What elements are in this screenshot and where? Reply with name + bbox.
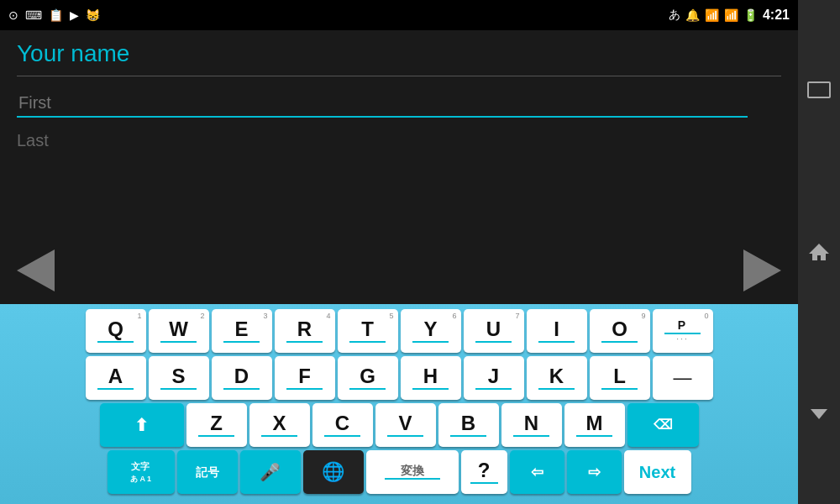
- status-bar: ⊙ ⌨ 📋 ▶ 😸 あ 🔔 📶 📶 🔋 4:21: [0, 0, 798, 30]
- key-next[interactable]: Next: [624, 450, 691, 494]
- last-name-label: Last: [17, 131, 781, 150]
- key-arrow-right[interactable]: ⇨: [567, 450, 622, 494]
- key-globe[interactable]: 🌐: [303, 450, 364, 494]
- form-area: Last: [0, 76, 798, 237]
- home-icon: [807, 240, 831, 264]
- key-mic[interactable]: 🎤: [240, 450, 301, 494]
- key-y[interactable]: 6Y: [401, 309, 461, 353]
- key-t[interactable]: 5T: [338, 309, 398, 353]
- app-content: Your name Last: [0, 30, 798, 237]
- icon-play: ▶: [70, 8, 79, 22]
- keyboard-row-3: ⬆ Z X C V B N M ⌫: [3, 403, 795, 447]
- nav-arrows: [0, 237, 798, 304]
- key-d[interactable]: D: [212, 356, 272, 400]
- key-g[interactable]: G: [338, 356, 398, 400]
- key-dash[interactable]: —: [653, 356, 713, 400]
- key-e[interactable]: 3E: [212, 309, 272, 353]
- first-name-input[interactable]: [17, 90, 748, 118]
- status-bar-left: ⊙ ⌨ 📋 ▶ 😸: [8, 8, 100, 22]
- page-title: Your name: [17, 40, 781, 67]
- icon-keyboard: ⌨: [25, 8, 42, 22]
- status-vibrate: 🔔: [685, 8, 700, 22]
- status-jp: あ: [669, 8, 680, 23]
- icon-circle: ⊙: [8, 8, 18, 22]
- status-bar-right: あ 🔔 📶 📶 🔋 4:21: [669, 8, 790, 23]
- status-time: 4:21: [763, 8, 790, 23]
- svg-marker-0: [809, 244, 829, 260]
- key-l[interactable]: L: [590, 356, 650, 400]
- key-a[interactable]: A: [86, 356, 146, 400]
- key-w[interactable]: 2W: [149, 309, 209, 353]
- key-f[interactable]: F: [275, 356, 335, 400]
- key-b[interactable]: B: [438, 403, 499, 447]
- key-arrow-left[interactable]: ⇦: [510, 450, 564, 494]
- key-p[interactable]: 0P···: [653, 309, 713, 353]
- key-s[interactable]: S: [149, 356, 209, 400]
- key-o[interactable]: 9O: [590, 309, 650, 353]
- status-battery: 🔋: [743, 8, 758, 22]
- status-signal: 📶: [724, 8, 738, 22]
- recents-icon: [807, 81, 831, 98]
- key-i[interactable]: I: [527, 309, 587, 353]
- key-u[interactable]: 7U: [464, 309, 524, 353]
- key-moji[interactable]: 文字あ A 1: [108, 450, 175, 494]
- prev-arrow-button[interactable]: [17, 249, 55, 291]
- key-j[interactable]: J: [464, 356, 524, 400]
- key-question[interactable]: ?: [461, 450, 507, 494]
- status-wifi: 📶: [705, 8, 719, 22]
- title-area: Your name: [0, 30, 798, 76]
- keyboard-row-2: A S D F G H J K L —: [3, 356, 795, 400]
- key-x[interactable]: X: [249, 403, 310, 447]
- nav-recents-button[interactable]: [804, 75, 834, 105]
- nav-back-button[interactable]: [804, 399, 834, 429]
- key-delete[interactable]: ⌫: [627, 403, 699, 447]
- icon-cat: 😸: [86, 8, 100, 22]
- key-m[interactable]: M: [564, 403, 625, 447]
- key-k[interactable]: K: [527, 356, 587, 400]
- key-q[interactable]: 1Q: [86, 309, 146, 353]
- keyboard-row-1: 1Q 2W 3E 4R 5T 6Y 7U I 9O 0P···: [3, 309, 795, 353]
- key-z[interactable]: Z: [186, 403, 247, 447]
- keyboard: 1Q 2W 3E 4R 5T 6Y 7U I 9O 0P··· A S D F …: [0, 304, 798, 504]
- key-h[interactable]: H: [401, 356, 461, 400]
- side-navigation: [798, 0, 840, 504]
- next-arrow-button[interactable]: [743, 249, 781, 291]
- nav-home-button[interactable]: [804, 237, 834, 267]
- icon-clipboard: 📋: [49, 8, 63, 22]
- chevron-down-icon: [811, 409, 827, 419]
- main-area: ⊙ ⌨ 📋 ▶ 😸 あ 🔔 📶 📶 🔋 4:21 Your name Last: [0, 0, 798, 504]
- key-shift[interactable]: ⬆: [100, 403, 184, 447]
- key-c[interactable]: C: [312, 403, 373, 447]
- key-henkan[interactable]: 変換: [366, 450, 459, 494]
- key-kigo[interactable]: 記号: [177, 450, 238, 494]
- keyboard-bottom-row: 文字あ A 1 記号 🎤 🌐 変換 ? ⇦ ⇨ Next: [3, 450, 795, 494]
- key-n[interactable]: N: [501, 403, 562, 447]
- key-v[interactable]: V: [375, 403, 436, 447]
- key-r[interactable]: 4R: [275, 309, 335, 353]
